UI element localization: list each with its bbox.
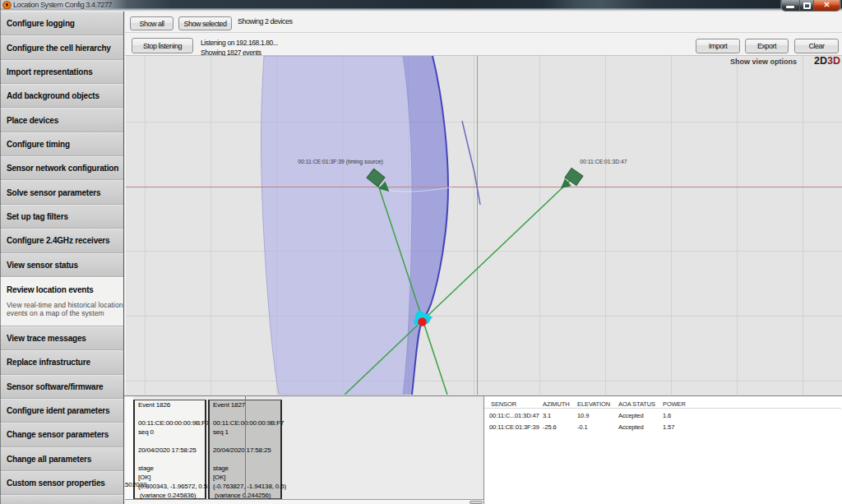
svg-text:00:11:CE:01:3F:39 (timing sour: 00:11:CE:01:3F:39 (timing source)	[298, 159, 382, 165]
svg-text:00:11:CE:01:3D:47: 00:11:CE:01:3D:47	[580, 159, 627, 164]
